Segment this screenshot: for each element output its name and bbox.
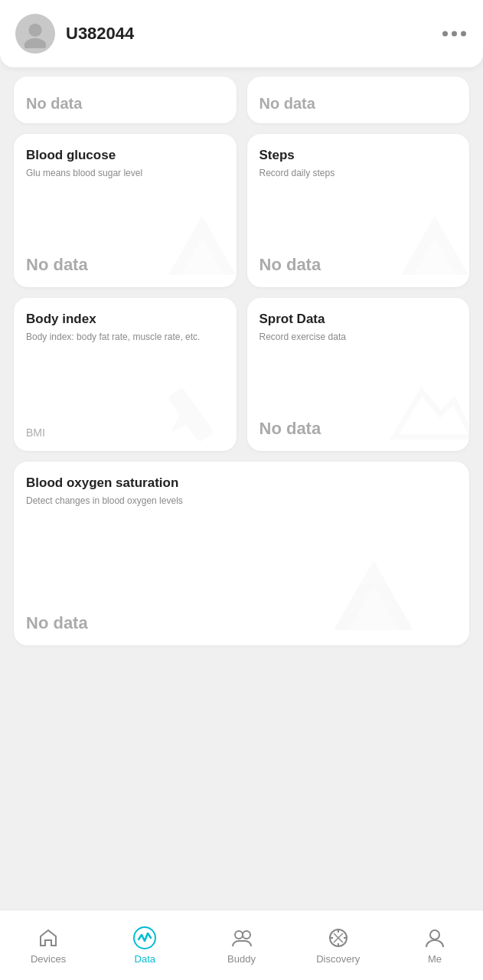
steps-title: Steps: [259, 148, 458, 163]
nav-data[interactable]: Data: [96, 926, 193, 965]
svg-point-11: [134, 927, 155, 949]
sprot-data-subtitle: Record exercise data: [259, 331, 438, 344]
blood-oxygen-card[interactable]: Blood oxygen saturation Detect changes i…: [14, 462, 469, 645]
svg-point-13: [243, 931, 250, 939]
data-label: Data: [135, 953, 155, 965]
blood-glucose-card[interactable]: Blood glucose Glu means blood sugar leve…: [14, 134, 237, 287]
cards-grid: Blood glucose Glu means blood sugar leve…: [14, 134, 469, 645]
blood-oxygen-title: Blood oxygen saturation: [26, 475, 457, 491]
steps-card[interactable]: Steps Record daily steps No data: [247, 134, 470, 287]
nav-buddy[interactable]: Buddy: [193, 926, 289, 965]
svg-rect-6: [167, 387, 214, 443]
compass-icon: [326, 926, 351, 950]
dot-1: [442, 31, 448, 37]
partial-right-no-data: No data: [259, 87, 315, 113]
svg-point-1: [24, 38, 47, 48]
buddy-label: Buddy: [227, 953, 256, 965]
svg-point-21: [430, 930, 439, 939]
buddy-icon: [230, 926, 254, 950]
blood-oxygen-subtitle: Detect changes in blood oxygen levels: [26, 495, 414, 508]
dot-3: [461, 31, 466, 37]
nav-discovery[interactable]: Discovery: [290, 926, 387, 965]
activity-icon: [132, 926, 157, 950]
nav-me[interactable]: Me: [387, 926, 483, 965]
svg-point-12: [235, 931, 243, 939]
dot-2: [452, 31, 457, 37]
blood-glucose-subtitle: Glu means blood sugar level: [26, 167, 204, 180]
header: U382044: [0, 0, 483, 67]
more-options-button[interactable]: [442, 31, 466, 37]
sprot-data-card[interactable]: Sprot Data Record exercise data No data: [247, 298, 470, 451]
bottom-nav: Devices Data Buddy: [0, 910, 483, 980]
username: U382044: [66, 24, 134, 44]
blood-oxygen-icon: [324, 550, 423, 645]
body-index-icon: [152, 364, 237, 451]
steps-icon: [393, 207, 469, 287]
discovery-label: Discovery: [316, 953, 360, 965]
me-label: Me: [428, 953, 442, 965]
main-content: No data No data Blood glucose Glu means …: [0, 67, 483, 722]
svg-marker-8: [394, 391, 469, 437]
body-index-subtitle: Body index: body fat rate, muscle rate, …: [26, 331, 204, 344]
body-index-title: Body index: [26, 312, 224, 327]
partial-cards-row: No data No data: [14, 77, 469, 123]
partial-card-right[interactable]: No data: [247, 77, 470, 123]
home-icon: [36, 926, 60, 950]
svg-point-0: [28, 24, 41, 37]
nav-devices[interactable]: Devices: [0, 926, 96, 965]
sprot-data-icon: [385, 364, 469, 451]
devices-label: Devices: [31, 953, 66, 965]
blood-glucose-icon: [160, 207, 237, 287]
blood-glucose-title: Blood glucose: [26, 148, 224, 163]
partial-card-left[interactable]: No data: [14, 77, 237, 123]
avatar[interactable]: [15, 14, 55, 54]
user-icon: [423, 926, 447, 950]
steps-subtitle: Record daily steps: [259, 167, 438, 180]
partial-left-no-data: No data: [26, 87, 82, 113]
sprot-data-title: Sprot Data: [259, 312, 458, 327]
body-index-card[interactable]: Body index Body index: body fat rate, mu…: [14, 298, 237, 451]
